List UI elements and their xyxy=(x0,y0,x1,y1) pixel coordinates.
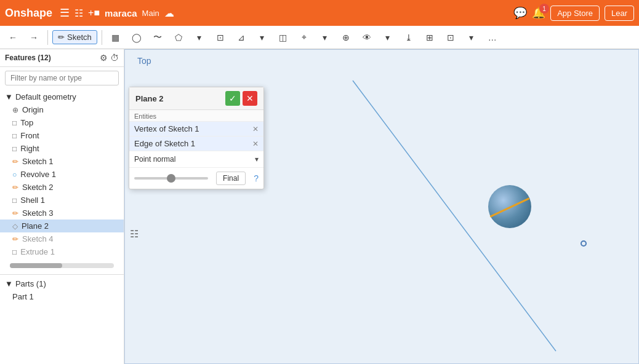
appstore-button[interactable]: App Store xyxy=(550,6,600,21)
viewport[interactable]: Top ☷ Plane 2 ✓ ✕ Entities xyxy=(124,49,639,364)
dialog-confirm-button[interactable]: ✓ xyxy=(225,91,240,106)
entity2-remove[interactable]: ✕ xyxy=(252,140,259,148)
sketch-button[interactable]: ✏ Sketch xyxy=(52,30,97,44)
add-icon[interactable]: +■ xyxy=(88,7,100,18)
cloud-icon: ☁ xyxy=(164,7,174,19)
dialog-title: Plane 2 xyxy=(135,94,164,103)
shape3-button[interactable]: ⬠ xyxy=(169,28,188,47)
notification-button[interactable]: 🔔 1 xyxy=(532,6,545,20)
collapse-icon: ▼ xyxy=(5,92,13,101)
undo-button[interactable]: ← xyxy=(4,28,22,47)
sidebar-item-front[interactable]: □ Front xyxy=(0,129,124,142)
entity1-label: Vertex of Sketch 1 xyxy=(134,124,199,133)
more-button[interactable]: … xyxy=(483,28,502,47)
feature-filter-input[interactable] xyxy=(5,71,119,85)
sidebar-item-top[interactable]: □ Top xyxy=(0,116,124,129)
slider-row: Final ? xyxy=(129,168,263,189)
parts-section: ▼ Parts (1) Part 1 xyxy=(0,274,124,306)
origin-label: Origin xyxy=(22,105,44,114)
chat-icon[interactable]: 💬 xyxy=(513,6,527,20)
right-plane-icon: □ xyxy=(12,144,17,153)
origin-icon: ⊕ xyxy=(12,106,18,114)
dimension-button[interactable]: ▾ xyxy=(316,28,334,47)
eye-button[interactable]: 👁 xyxy=(358,28,376,47)
learn-button[interactable]: Lear xyxy=(605,6,634,21)
plane-type-dropdown[interactable]: Point normal ▾ xyxy=(129,151,263,168)
dialog-actions: ✓ ✕ xyxy=(225,91,257,106)
clock-icon[interactable]: ⏱ xyxy=(110,53,119,63)
parts-header[interactable]: ▼ Parts (1) xyxy=(0,277,124,290)
revolve1-label: Revolve 1 xyxy=(20,170,56,179)
sphere-equator-line xyxy=(490,197,530,217)
top-plane-icon: □ xyxy=(12,119,17,127)
circle2-button[interactable]: ⊕ xyxy=(337,28,355,47)
sidebar-item-right[interactable]: □ Right xyxy=(0,142,124,155)
camera-button[interactable]: ⊡ xyxy=(441,28,460,47)
dialog-cancel-button[interactable]: ✕ xyxy=(243,91,257,106)
export-button[interactable]: ⤓ xyxy=(400,28,418,47)
extrude1-icon: □ xyxy=(12,248,17,256)
sidebar: Features (12) ⚙ ⏱ ▼ Default geometry ⊕ O… xyxy=(0,49,124,364)
entity1-remove[interactable]: ✕ xyxy=(252,125,259,133)
sidebar-item-extrude1[interactable]: □ Extrude 1 xyxy=(0,245,124,258)
plane-slider[interactable] xyxy=(134,177,208,180)
sidebar-item-sketch2[interactable]: ✏ Sketch 2 xyxy=(0,181,124,194)
entity1-row[interactable]: Vertex of Sketch 1 ✕ xyxy=(129,122,263,136)
shape1-button[interactable]: ◯ xyxy=(127,28,146,47)
project-name: maraca xyxy=(105,8,137,18)
measure-button[interactable]: ⌖ xyxy=(295,28,313,47)
part1-label: Part 1 xyxy=(12,292,34,301)
sidebar-scrollbar[interactable] xyxy=(10,263,114,268)
parts-collapse-icon: ▼ xyxy=(5,279,13,288)
extrude1-label: Extrude 1 xyxy=(20,247,55,256)
download-button[interactable]: ⊞ xyxy=(420,28,439,47)
sketch1-label: Sketch 1 xyxy=(22,157,54,166)
features-title: Features (12) xyxy=(5,53,51,62)
surface-button[interactable]: ▾ xyxy=(462,28,481,47)
grid-button[interactable]: ▦ xyxy=(107,28,125,47)
list-icon[interactable]: ☷ xyxy=(130,228,139,240)
sidebar-item-plane2[interactable]: ◇ Plane 2 xyxy=(0,220,124,232)
final-button[interactable]: Final xyxy=(216,172,246,185)
scrollbar-thumb xyxy=(10,263,62,268)
shape8-button[interactable]: ◫ xyxy=(274,28,292,47)
sidebar-item-revolve1[interactable]: ○ Revolve 1 xyxy=(0,168,124,181)
toolbar: ← → ✏ Sketch ▦ ◯ 〜 ⬠ ▾ ⊡ ⊿ ▾ ◫ ⌖ ▾ ⊕ 👁 ▾… xyxy=(0,26,639,49)
parts-label: Parts (1) xyxy=(15,279,46,288)
redo-button[interactable]: → xyxy=(25,28,43,47)
notification-badge: 1 xyxy=(539,4,549,14)
sphere-group xyxy=(488,185,531,228)
constraint-button[interactable]: ▾ xyxy=(379,28,397,47)
toolbar-separator-2 xyxy=(102,30,102,45)
help-icon[interactable]: ? xyxy=(254,173,259,183)
3d-sphere xyxy=(488,185,531,228)
toolbar-separator-1 xyxy=(47,30,48,45)
sketch2-icon: ✏ xyxy=(12,183,18,192)
shape4-button[interactable]: ▾ xyxy=(190,28,209,47)
sidebar-item-shell1[interactable]: □ Shell 1 xyxy=(0,194,124,207)
sidebar-icons: ⚙ ⏱ xyxy=(100,53,119,63)
sidebar-item-sketch3[interactable]: ✏ Sketch 3 xyxy=(0,207,124,220)
default-geometry-header[interactable]: ▼ Default geometry xyxy=(0,90,124,103)
shell1-label: Shell 1 xyxy=(20,196,45,205)
sidebar-item-origin[interactable]: ⊕ Origin xyxy=(0,103,124,116)
top-bar: Onshape ☰ ☷ +■ maraca Main ☁ 💬 🔔 1 App S… xyxy=(0,0,639,26)
hamburger-icon[interactable]: ☰ xyxy=(60,6,70,20)
top-label: Top xyxy=(20,118,33,127)
branch-name: Main xyxy=(142,9,159,18)
sketch3-label: Sketch 3 xyxy=(22,208,54,218)
front-plane-icon: □ xyxy=(12,132,17,140)
shape5-button[interactable]: ⊡ xyxy=(211,28,230,47)
entity2-label: Edge of Sketch 1 xyxy=(134,139,195,148)
filter-icon[interactable]: ⚙ xyxy=(100,53,108,63)
shape7-button[interactable]: ▾ xyxy=(253,28,271,47)
sidebar-item-sketch4[interactable]: ✏ Sketch 4 xyxy=(0,232,124,245)
shape6-button[interactable]: ⊿ xyxy=(232,28,251,47)
shape2-button[interactable]: 〜 xyxy=(148,28,167,47)
sidebar-item-part1[interactable]: Part 1 xyxy=(0,290,124,303)
sidebar-item-sketch1[interactable]: ✏ Sketch 1 xyxy=(0,155,124,168)
filter-icon[interactable]: ☷ xyxy=(74,7,83,19)
entity2-row[interactable]: Edge of Sketch 1 ✕ xyxy=(129,136,263,151)
sketch1-icon: ✏ xyxy=(12,157,18,166)
sketch4-label: Sketch 4 xyxy=(22,234,54,243)
